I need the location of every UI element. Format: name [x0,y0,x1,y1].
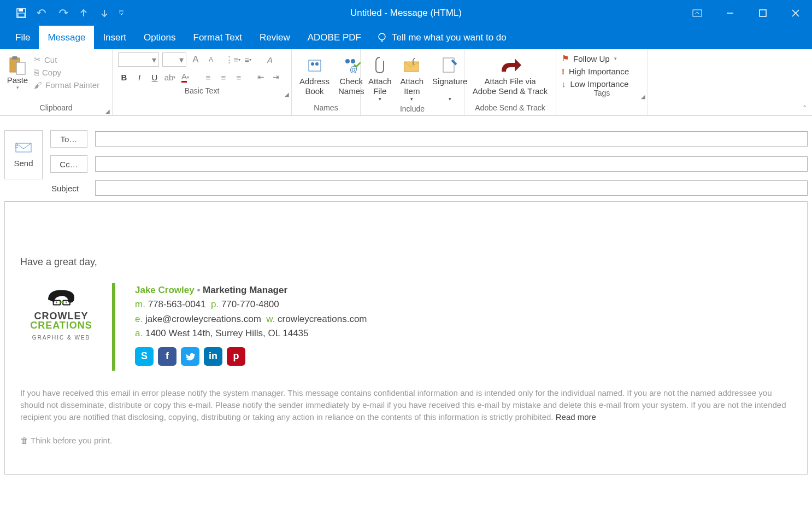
tab-file[interactable]: File [7,26,39,49]
tell-me-search[interactable]: Tell me what you want to do [376,26,507,49]
svg-rect-14 [309,60,321,71]
message-body[interactable]: Have a great day, + + CROWLEY CREATIONS … [4,201,808,475]
ribbon: Paste ▾ ✂Cut ⎘Copy 🖌Format Painter Clipb… [0,49,812,116]
tab-adobe-pdf[interactable]: ADOBE PDF [299,26,370,49]
clear-formatting-icon[interactable]: A [264,54,276,66]
to-field[interactable] [95,131,808,147]
send-button[interactable]: Send [4,130,43,179]
next-icon[interactable] [94,0,115,26]
numbering-icon[interactable]: ≡▾ [242,54,254,66]
paperclip-icon [374,56,386,74]
sig-title: Marketing Manager [203,285,287,295]
disclaimer-text: If you have received this email in error… [20,388,786,422]
increase-indent-icon[interactable]: ⇥ [270,71,282,83]
disclaimer: If you have received this email in error… [20,387,792,423]
align-right-icon[interactable]: ≡ [233,71,245,83]
svg-rect-5 [760,10,766,16]
compose-header: Send To… Cc… Subject [0,116,812,196]
shrink-font-icon[interactable]: A [205,54,217,66]
redo-icon[interactable] [52,0,73,26]
save-icon[interactable] [11,0,32,26]
paste-button[interactable]: Paste ▾ [3,51,32,101]
pinterest-icon[interactable]: p [227,347,245,366]
svg-text:@: @ [350,65,357,73]
address-book-icon [307,57,323,73]
font-color-icon[interactable]: A▾ [179,71,191,83]
follow-up-button[interactable]: ⚑Follow Up▾ [562,54,641,63]
tags-launcher-icon[interactable]: ◢ [641,93,645,100]
grow-font-icon[interactable]: A [190,54,202,66]
footer-note: 🗑Think before you print. [20,436,792,445]
trash-icon: 🗑 [20,436,28,445]
group-clipboard-label: Clipboard [40,103,73,112]
sig-email: jake@crowleycreations.com [145,314,261,324]
tab-format-text[interactable]: Format Text [185,26,251,49]
minimize-icon[interactable] [714,0,746,26]
tab-options[interactable]: Options [135,26,185,49]
read-more-link[interactable]: Read more [556,412,596,422]
linkedin-icon[interactable]: in [204,347,222,366]
high-importance-button[interactable]: !High Importance [562,67,641,76]
attach-item-button[interactable]: Attach Item▾ [396,51,428,102]
basic-text-launcher-icon[interactable]: ◢ [285,91,289,97]
align-left-icon[interactable]: ≡ [202,71,214,83]
skype-icon[interactable]: S [135,347,154,366]
qat-customize-icon[interactable] [115,0,128,26]
tab-message[interactable]: Message [39,26,94,49]
svg-point-18 [351,59,355,63]
svg-rect-3 [693,10,702,16]
to-button[interactable]: To… [50,130,87,148]
logo-text-3: GRAPHIC & WEB [32,335,91,341]
italic-icon[interactable]: I [133,71,145,83]
scissors-icon: ✂ [34,55,41,65]
cc-button[interactable]: Cc… [50,155,87,173]
adobe-attach-button[interactable]: Attach File via Adobe Send & Track [468,51,552,101]
greeting-text: Have a great day, [20,256,792,268]
undo-icon[interactable] [32,0,52,26]
group-include: Attach File▾ Attach Item▾ Signature▾ Inc… [361,49,464,115]
clipboard-launcher-icon[interactable]: ◢ [105,108,110,114]
copy-button[interactable]: ⎘Copy [34,68,99,77]
copy-icon: ⎘ [34,68,39,77]
twitter-icon[interactable] [181,347,199,366]
close-icon[interactable] [779,0,812,26]
maximize-icon[interactable] [746,0,779,26]
facebook-icon[interactable]: f [158,347,176,366]
ribbon-tabs: File Message Insert Options Format Text … [0,26,812,49]
group-basic-text: ▾ ▾ A A ⋮≡▾ ≡▾ A B I U ab▾ A▾ ≡ ≡ ≡ [113,49,292,115]
collapse-ribbon-icon[interactable]: ˄ [803,104,807,113]
font-size-combo[interactable]: ▾ [162,52,186,67]
format-painter-button[interactable]: 🖌Format Painter [34,80,99,90]
ribbon-display-icon[interactable] [681,0,714,26]
bold-icon[interactable]: B [118,71,130,83]
svg-text:+: + [65,301,67,305]
group-clipboard: Paste ▾ ✂Cut ⎘Copy 🖌Format Painter Clipb… [0,49,113,115]
footer-text: Think before you print. [31,436,112,445]
align-center-icon[interactable]: ≡ [217,71,230,83]
paste-label: Paste [7,75,28,85]
font-name-combo[interactable]: ▾ [118,52,159,67]
tab-insert[interactable]: Insert [94,26,135,49]
svg-rect-13 [16,62,25,74]
cc-field[interactable] [95,156,808,172]
highlight-icon[interactable]: ab▾ [164,71,176,83]
subject-label: Subject [50,184,87,193]
subject-field[interactable] [95,180,808,196]
previous-icon[interactable] [73,0,94,26]
bullets-icon[interactable]: ⋮≡▾ [227,54,239,66]
tab-review[interactable]: Review [251,26,299,49]
low-importance-button[interactable]: ↓Low Importance [562,79,641,89]
signature-icon [442,57,457,73]
signature-logo: + + CROWLEY CREATIONS GRAPHIC & WEB [20,283,102,371]
cut-button[interactable]: ✂Cut [34,55,99,65]
address-book-button[interactable]: Address Book [295,51,334,101]
signature-info: Jake Crowley • Marketing Manager m. 778-… [125,283,367,371]
attach-file-button[interactable]: Attach File▾ [364,51,396,102]
underline-icon[interactable]: U [149,71,161,83]
title-bar: Untitled - Message (HTML) [0,0,812,26]
adobe-send-icon [498,55,522,75]
flag-icon: ⚑ [562,54,569,63]
attach-item-icon [403,57,421,73]
check-names-icon: @ [342,57,361,73]
decrease-indent-icon[interactable]: ⇤ [255,71,267,83]
